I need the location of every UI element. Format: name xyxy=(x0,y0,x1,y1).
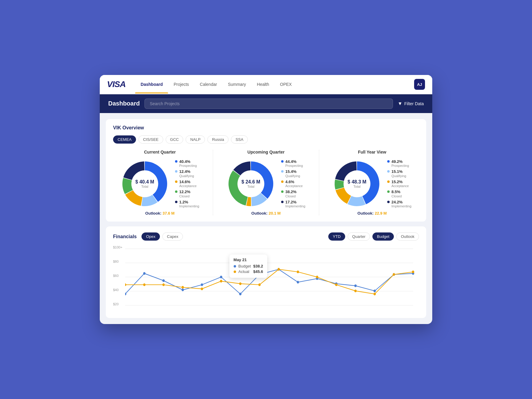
fin-right-tab-quarter[interactable]: Quarter xyxy=(348,232,370,241)
svg-point-11 xyxy=(239,293,242,296)
legend-name-2-0: Prospecting xyxy=(391,164,409,167)
nav-item-health[interactable]: Health xyxy=(251,75,274,93)
region-tab-ssa[interactable]: SSA xyxy=(231,135,248,144)
legend-name-0-2: Acceptance xyxy=(179,184,196,188)
nav-item-dashboard[interactable]: Dashboard xyxy=(135,75,168,93)
outlook-val-0: 37.6 M xyxy=(163,211,175,216)
svg-point-25 xyxy=(201,288,203,290)
legend-name-1-0: Prospecting xyxy=(285,164,303,167)
legend-text-1-1: 15.4% Qualifying xyxy=(285,169,300,178)
logo: VISA xyxy=(107,79,125,89)
donut-chart-2: $ 48.3 MTotal xyxy=(333,160,381,208)
legend-val-1-1: 15.4% xyxy=(285,169,300,174)
filter-label: Filter Data xyxy=(404,101,424,106)
legend-val-0-0: 40.4% xyxy=(179,159,197,164)
region-tab-nalp[interactable]: NALP xyxy=(186,135,205,144)
legend-text-0-4: 1.2% Implementing xyxy=(179,200,199,208)
legend-name-1-1: Qualifying xyxy=(285,174,300,178)
legend-name-0-4: Implementing xyxy=(179,204,199,208)
legend-text-2-0: 49.2% Prospecting xyxy=(391,159,409,168)
chart-y-labels: $100+$80$60$40$20 xyxy=(113,245,125,306)
legend-dot-0-0 xyxy=(175,160,177,163)
donut-legend-2: 49.2% Prospecting 15.1% Qualifying 15.2%… xyxy=(387,159,411,208)
legend-dot-0-1 xyxy=(175,170,177,173)
legend-text-2-4: 24.2% Implementing xyxy=(391,200,411,208)
donut-section-2: Full Year View$ 48.3 MTotal 49.2% Prospe… xyxy=(325,150,419,216)
y-label: $80 xyxy=(113,260,122,263)
svg-point-32 xyxy=(335,284,338,286)
financials-title: Financials xyxy=(113,234,137,239)
svg-point-30 xyxy=(297,271,299,274)
svg-point-27 xyxy=(239,283,242,285)
outlook-1: Outlook: 20.1 M xyxy=(251,211,281,216)
svg-point-9 xyxy=(201,284,203,286)
legend-dot-1-0 xyxy=(281,160,284,163)
outlook-2: Outlook: 22.9 M xyxy=(358,211,387,216)
donut-chart-1: $ 24.6 MTotal xyxy=(227,160,275,208)
svg-point-24 xyxy=(182,286,184,289)
legend-dot-0-4 xyxy=(175,201,177,203)
legend-val-1-0: 44.4% xyxy=(285,159,303,164)
fin-right-tab-budget[interactable]: Budget xyxy=(372,232,394,241)
donut-title-2: Full Year View xyxy=(358,150,386,154)
page-title: Dashboard xyxy=(108,100,140,107)
legend-text-0-0: 40.4% Prospecting xyxy=(179,159,197,168)
outlook-label-2: Outlook: xyxy=(358,211,374,216)
legend-val-2-4: 24.2% xyxy=(391,200,411,205)
nav-item-opex[interactable]: OPEX xyxy=(274,75,297,93)
legend-text-1-0: 44.4% Prospecting xyxy=(285,159,303,168)
fin-left-tab-capex[interactable]: Capex xyxy=(162,232,183,241)
y-label: $20 xyxy=(113,302,122,306)
filter-icon: ▼ xyxy=(398,101,403,106)
donut-wrap-0: $ 40.4 MTotal 40.4% Prospecting 12.4% Qu… xyxy=(113,159,207,208)
nav-item-projects[interactable]: Projects xyxy=(168,75,194,93)
fin-right-tab-outlook[interactable]: Outlook xyxy=(396,232,419,241)
svg-point-12 xyxy=(258,273,261,276)
legend-val-0-1: 12.4% xyxy=(179,169,194,174)
donut-label-0: Total xyxy=(135,185,154,188)
financials-card: Financials OpexCapex YTDQuarterBudgetOut… xyxy=(106,226,426,318)
legend-text-2-1: 15.1% Qualifying xyxy=(391,169,406,178)
legend-dot-1-3 xyxy=(281,190,284,193)
legend-name-2-4: Implementing xyxy=(391,204,411,208)
legend-val-0-3: 12.2% xyxy=(179,190,190,194)
legend-val-0-2: 14.6% xyxy=(179,180,196,184)
y-label: $60 xyxy=(113,274,122,277)
legend-text-2-2: 15.2% Acceptance xyxy=(391,180,409,188)
donut-label-1: Total xyxy=(242,185,260,188)
nav-item-summary[interactable]: Summary xyxy=(222,75,251,93)
legend-item-2-0: 49.2% Prospecting xyxy=(387,159,411,168)
legend-dot-2-2 xyxy=(387,180,390,183)
legend-item-2-1: 15.1% Qualifying xyxy=(387,169,411,178)
region-tab-cis/see[interactable]: CIS/SEE xyxy=(138,135,163,144)
legend-text-2-3: 8.5% Closed xyxy=(391,190,402,198)
region-tab-cemea[interactable]: CEMEA xyxy=(113,135,136,144)
svg-point-7 xyxy=(162,279,165,282)
legend-dot-0-2 xyxy=(175,180,177,183)
filter-button[interactable]: ▼ Filter Data xyxy=(398,101,424,106)
fin-right-tab-ytd[interactable]: YTD xyxy=(328,232,345,241)
legend-text-1-3: 38.2% Closed xyxy=(285,190,297,198)
legend-item-1-4: 17.2% Implementing xyxy=(281,200,305,208)
svg-point-35 xyxy=(393,273,395,276)
avatar[interactable]: AJ xyxy=(414,79,425,90)
donut-title-0: Current Quarter xyxy=(144,150,176,154)
nav-item-calendar[interactable]: Calendar xyxy=(194,75,222,93)
region-tab-russia[interactable]: Russia xyxy=(207,135,229,144)
outlook-label-0: Outlook: xyxy=(145,211,161,216)
region-tabs: CEMEACIS/SEEGCCNALPRussiaSSA xyxy=(113,135,419,144)
legend-item-2-4: 24.2% Implementing xyxy=(387,200,411,208)
svg-point-10 xyxy=(220,276,222,279)
search-input[interactable] xyxy=(144,99,393,109)
donut-charts: Current Quarter$ 40.4 MTotal 40.4% Prosp… xyxy=(113,150,419,216)
fin-left-tab-opex[interactable]: Opex xyxy=(141,232,160,241)
financials-header: Financials OpexCapex YTDQuarterBudgetOut… xyxy=(113,232,419,241)
donut-wrap-1: $ 24.6 MTotal 44.4% Prospecting 15.4% Qu… xyxy=(219,159,313,208)
legend-text-0-3: 12.2% Closed xyxy=(179,190,190,198)
outlook-0: Outlook: 37.6 M xyxy=(145,211,175,216)
region-tab-gcc[interactable]: GCC xyxy=(166,135,183,144)
donut-label-2: Total xyxy=(348,185,366,188)
legend-dot-2-3 xyxy=(387,190,390,193)
legend-item-0-0: 40.4% Prospecting xyxy=(175,159,199,168)
donut-legend-0: 40.4% Prospecting 12.4% Qualifying 14.6%… xyxy=(175,159,199,208)
